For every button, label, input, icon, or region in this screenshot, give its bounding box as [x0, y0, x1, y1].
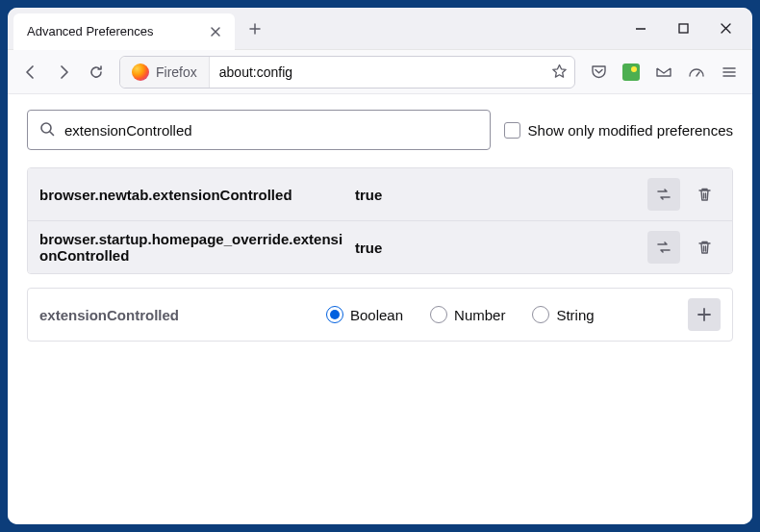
show-modified-checkbox[interactable]: Show only modified preferences: [504, 122, 733, 139]
radio-icon: [532, 306, 549, 323]
browser-window: Advanced Preferences: [8, 8, 752, 524]
close-window-button[interactable]: [704, 12, 747, 46]
radio-label: String: [556, 307, 594, 323]
url-text: about:config: [210, 64, 544, 80]
pref-value: true: [355, 187, 640, 203]
bookmark-star-icon[interactable]: [544, 63, 574, 80]
radio-label: Boolean: [350, 307, 403, 323]
performance-icon[interactable]: [681, 57, 712, 88]
search-input[interactable]: [64, 122, 478, 139]
add-button[interactable]: [688, 298, 721, 331]
checkbox-label: Show only modified preferences: [528, 122, 733, 139]
search-box[interactable]: [27, 110, 491, 150]
maximize-button[interactable]: [662, 12, 704, 46]
minimize-button[interactable]: [620, 12, 662, 46]
page-content: Show only modified preferences browser.n…: [8, 94, 752, 524]
pocket-icon[interactable]: [583, 57, 614, 88]
extension-icon[interactable]: [616, 57, 646, 88]
radio-boolean[interactable]: Boolean: [326, 306, 403, 323]
delete-button[interactable]: [688, 231, 721, 264]
inbox-icon[interactable]: [648, 57, 679, 88]
preferences-table: browser.newtab.extensionControlled true …: [27, 167, 733, 274]
radio-label: Number: [454, 307, 505, 323]
type-radio-group: Boolean Number String: [326, 306, 680, 323]
search-row: Show only modified preferences: [27, 110, 733, 150]
hamburger-menu-icon[interactable]: [714, 57, 745, 88]
radio-string[interactable]: String: [532, 306, 594, 323]
toggle-button[interactable]: [647, 178, 680, 211]
titlebar: Advanced Preferences: [8, 8, 752, 50]
radio-number[interactable]: Number: [430, 306, 505, 323]
tab-active[interactable]: Advanced Preferences: [13, 13, 235, 50]
window-controls: [620, 12, 752, 46]
identity-label: Firefox: [156, 64, 197, 80]
pref-value: true: [355, 240, 640, 256]
close-tab-icon[interactable]: [206, 22, 225, 41]
new-pref-row: extensionControlled Boolean Number Strin…: [27, 288, 733, 342]
firefox-logo-icon: [132, 63, 149, 81]
forward-button[interactable]: [48, 57, 79, 88]
radio-icon: [326, 306, 343, 323]
back-button[interactable]: [15, 57, 46, 88]
checkbox-icon[interactable]: [504, 122, 520, 139]
tab-title: Advanced Preferences: [27, 24, 206, 38]
pref-row: browser.newtab.extensionControlled true: [28, 168, 732, 221]
pref-name: browser.newtab.extensionControlled: [39, 187, 347, 203]
search-icon: [39, 121, 55, 139]
delete-button[interactable]: [688, 178, 721, 211]
pref-name: browser.startup.homepage_override.extens…: [39, 231, 347, 264]
identity-box[interactable]: Firefox: [120, 57, 210, 88]
radio-icon: [430, 306, 447, 323]
url-bar[interactable]: Firefox about:config: [119, 56, 575, 89]
new-tab-button[interactable]: [241, 14, 269, 43]
new-pref-name: extensionControlled: [39, 307, 318, 323]
navigation-toolbar: Firefox about:config: [8, 50, 752, 94]
svg-rect-0: [679, 24, 688, 33]
reload-button[interactable]: [81, 57, 112, 88]
pref-row: browser.startup.homepage_override.extens…: [28, 221, 732, 273]
toggle-button[interactable]: [647, 231, 680, 264]
